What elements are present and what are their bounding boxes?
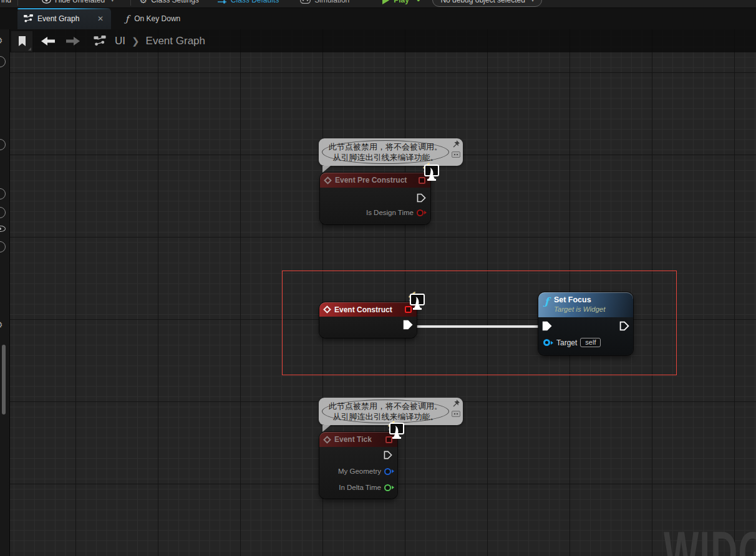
document-tabbar: Event Graph ✕ ƒ On Key Down [0,8,756,29]
arrow-left-icon [41,37,55,46]
editor-monitor-badge-icon: ⚡ [407,293,426,310]
gamepad-icon [300,0,311,4]
comment-oval: 此节点被禁用，将不会被调用。 从引脚连出引线来编译功能。 [322,140,449,164]
pin-label: My Geometry [338,467,381,475]
back-button[interactable] [41,37,55,46]
class-defaults-button[interactable]: Class Defaults [218,0,279,4]
comment-line2: 从引脚连出引线来编译功能。 [333,152,439,163]
tab-on-key-down[interactable]: ƒ On Key Down [120,8,185,29]
pin-row-my-geometry[interactable]: My Geometry [338,467,394,475]
class-defaults-label: Class Defaults [231,0,279,4]
play-options-caret-icon[interactable]: ● [417,0,420,3]
event-diamond-icon [323,436,331,444]
simulation-label: Simulation [314,0,349,4]
breadcrumb-current: Event Graph [146,35,205,47]
struct-pin-icon[interactable] [384,468,394,475]
eye-icon[interactable] [0,226,6,232]
close-icon[interactable]: ✕ [96,14,105,23]
scrollbar-thumb[interactable] [2,345,6,415]
tab-on-key-down-label: On Key Down [134,14,180,23]
left-panel-edge: ⚙ ⚙ [0,29,10,556]
gear-icon: ⚙ [140,0,148,5]
node-event-pre-construct[interactable]: Event Pre Construct Is Design Time [320,173,430,224]
arrow-right-icon [66,37,80,46]
event-diamond-icon [323,305,331,314]
toolbar-divider [17,0,18,6]
chevron-down-icon: ▾ [531,0,535,3]
hide-unrelated-caret-icon[interactable]: ▾ [111,0,114,3]
node-title: Event Pre Construct [335,176,414,185]
gear-icon[interactable]: ⚙ [0,36,3,46]
function-icon: ƒ [545,295,549,315]
exec-out-pin[interactable] [384,451,393,460]
toolbar-divider [130,0,131,6]
comment-dots-icon [452,411,460,417]
partial-icon[interactable] [0,56,6,67]
object-pin-icon[interactable] [543,339,553,346]
hide-unrelated-button[interactable]: Hide Unrelated ▾ [42,0,114,4]
graph-breadcrumb-bar: UI ❯ Event Graph [10,29,756,52]
find-label: ind [1,0,11,4]
pin-label: Is Design Time [366,209,414,216]
gear-icon[interactable]: ⚙ [0,320,3,330]
target-self-value[interactable]: self [580,338,601,347]
simulation-button[interactable]: Simulation [300,0,349,4]
partial-icon[interactable] [0,139,6,150]
graph-type-watermark: WIDG [664,519,756,556]
chevron-right-icon: ❯ [132,36,140,47]
tab-event-graph[interactable]: Event Graph ✕ [17,8,111,29]
bookmark-button[interactable] [11,31,32,52]
node-event-tick[interactable]: Event Tick My Geometry In Delta Time [319,432,397,499]
editor-monitor-badge-icon: ⚡ [422,164,440,181]
partial-icon[interactable] [0,241,6,252]
node-header[interactable]: Event Pre Construct [320,173,430,188]
pin-row-in-delta-time[interactable]: In Delta Time [339,484,394,491]
exec-out-pin[interactable] [417,193,426,203]
pin-label: Target [556,338,577,347]
exec-in-pin[interactable] [542,321,551,330]
pushpin-icon[interactable] [452,140,460,149]
comment-dots-icon [452,151,460,158]
comment-line1: 此节点被禁用，将不会被调用。 [329,401,442,411]
play-label: Play [394,0,409,4]
node-subtitle: Target is Widget [554,305,606,314]
class-settings-label: Class Settings [151,0,199,4]
node-title: Set Focus [554,295,606,305]
exec-wire[interactable] [410,325,547,328]
float-pin-icon[interactable] [384,484,394,491]
exec-out-pin[interactable] [619,321,629,330]
event-graph-canvas[interactable]: UI ❯ Event Graph 此节点被禁用，将不会被调用。 从引脚连出引线来… [10,29,756,556]
forward-button[interactable] [66,37,80,46]
debug-object-dropdown[interactable]: No debug object selected ▾ [432,0,542,7]
play-icon [382,0,390,4]
pin-row-target[interactable]: Target self [543,338,601,347]
class-settings-button[interactable]: ⚙ Class Settings [140,0,199,5]
editor-monitor-badge-icon: ⚡ [387,422,405,439]
disabled-node-comment-bubble: 此节点被禁用，将不会被调用。 从引脚连出引线来编译功能。 [319,138,463,166]
partial-icon[interactable] [0,207,6,218]
node-event-construct[interactable]: Event Construct [319,302,417,338]
node-header[interactable]: Event Construct [319,302,417,317]
event-diamond-icon [324,176,332,185]
function-icon: ƒ [125,14,128,24]
pin-label: In Delta Time [339,484,381,491]
comment-oval: 此节点被禁用，将不会被调用。 从引脚连出引线来编译功能。 [322,400,449,423]
exec-out-pin[interactable] [403,320,412,329]
comment-line2: 从引脚连出引线来编译功能。 [333,411,439,422]
blueprint-toolbar: ind Hide Unrelated ▾ ⚙ Class Settings Cl… [0,0,756,8]
graph-icon [24,14,33,23]
bool-pin-icon[interactable] [417,209,427,216]
eye-icon [42,0,51,4]
graph-icon [94,36,106,47]
pushpin-icon[interactable] [452,400,460,408]
partial-icon[interactable] [0,188,6,199]
node-set-focus[interactable]: ƒ Set Focus Target is Widget Target self [538,292,633,355]
node-title: Event Tick [334,435,381,444]
node-header[interactable]: Event Tick [319,432,397,447]
tab-event-graph-label: Event Graph [37,14,92,23]
play-button[interactable]: Play ● [382,0,420,4]
find-button-partial[interactable]: ind [1,0,11,4]
pin-row-is-design-time[interactable]: Is Design Time [366,209,427,216]
breadcrumb-root[interactable]: UI [115,35,125,47]
node-header[interactable]: ƒ Set Focus Target is Widget [538,292,633,317]
